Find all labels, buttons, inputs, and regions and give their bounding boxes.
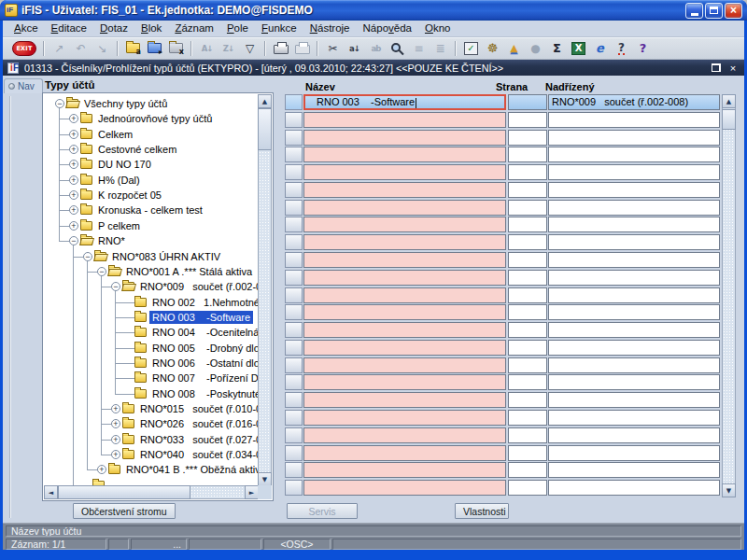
nadrizeny-cell[interactable] <box>548 112 720 128</box>
menu-n-pov-da[interactable]: Nápověda <box>357 21 418 35</box>
tree-item[interactable]: RNO 003 -Software <box>44 310 258 325</box>
tree-item[interactable]: +Jednoúrovňové typy účtů <box>44 111 258 126</box>
nazev-cell[interactable] <box>303 270 506 286</box>
strana-cell[interactable] <box>508 252 547 268</box>
nazev-cell[interactable] <box>303 112 506 128</box>
tree-list-icon[interactable]: ≣ <box>430 40 450 57</box>
maximize-button[interactable] <box>705 3 723 19</box>
expand-icon[interactable]: + <box>69 130 78 139</box>
tree-item[interactable]: +K rozpočet 05 <box>44 188 258 203</box>
print-preview-icon[interactable] <box>292 40 312 57</box>
nazev-cell[interactable] <box>303 164 506 180</box>
row-selector[interactable] <box>285 374 303 390</box>
tree-item-label[interactable]: Všechny typy účtů <box>81 97 170 110</box>
nav-tab[interactable]: Nav <box>4 78 43 93</box>
expand-icon[interactable]: + <box>69 205 78 215</box>
nazev-cell[interactable] <box>303 374 506 390</box>
tree-item[interactable]: −RNO*009 součet (ř.002-008) <box>44 279 258 294</box>
tree-item-label[interactable]: RNO*083 ÚHRN AKTIV <box>109 250 223 263</box>
strana-cell[interactable] <box>508 374 547 390</box>
tree-item-label[interactable]: Cestovné celkem <box>95 143 179 156</box>
collapse-icon[interactable]: − <box>83 252 92 261</box>
row-selector[interactable] <box>285 217 303 232</box>
close-button[interactable]: × <box>725 3 742 19</box>
tree-vertical-scrollbar[interactable] <box>258 94 272 486</box>
tree-item[interactable]: +H% (Dal) <box>44 173 258 188</box>
nazev-cell[interactable] <box>303 357 506 373</box>
tree-item[interactable]: −RNO*083 ÚHRN AKTIV <box>44 249 258 264</box>
copy-record-icon[interactable]: ↶ <box>71 40 91 57</box>
nazev-cell[interactable] <box>303 462 506 478</box>
strana-cell[interactable] <box>508 164 547 180</box>
tree-item-label[interactable]: RNO 003 -Software <box>149 311 253 324</box>
collapse-icon[interactable]: − <box>97 267 106 276</box>
expand-icon[interactable]: + <box>69 145 78 154</box>
filter-icon[interactable]: ▽ <box>240 40 260 57</box>
menu-akce[interactable]: Akce <box>7 21 45 35</box>
sort-asc-icon[interactable]: A↓ <box>197 40 217 57</box>
row-selector[interactable] <box>285 200 303 216</box>
insert-record-icon[interactable]: ↗ <box>49 40 69 57</box>
tree-item[interactable]: RNO 002 1.Nehmotné výsledky v <box>44 295 258 310</box>
collapse-icon[interactable]: − <box>111 282 120 291</box>
tree-item-label[interactable]: Celkem <box>95 128 135 141</box>
tree-scroll-right-button[interactable]: ► <box>245 485 259 499</box>
helm-icon[interactable]: ☸ <box>483 40 502 57</box>
nazev-cell[interactable] <box>303 304 506 320</box>
nazev-cell[interactable] <box>303 200 506 216</box>
row-selector[interactable] <box>285 445 303 461</box>
tree-item-label[interactable]: RNO*009 součet (ř.002-008) <box>137 280 258 293</box>
tree-item-label[interactable]: RNO* <box>95 234 128 247</box>
nadrizeny-cell[interactable] <box>548 270 720 286</box>
tree-item[interactable]: −Všechny typy účtů <box>44 96 258 111</box>
menu-blok[interactable]: Blok <box>134 21 168 35</box>
form-restore-button[interactable] <box>710 63 723 74</box>
paste-icon[interactable]: a↓ <box>345 40 364 57</box>
strana-cell[interactable] <box>508 287 547 303</box>
collapse-icon[interactable]: − <box>55 99 64 108</box>
enter-query-icon[interactable]: a <box>123 40 143 57</box>
tree-item-label[interactable]: RNO 006 -Ostatní dlouhodobý n <box>149 357 258 370</box>
menu-funkce[interactable]: Funkce <box>255 21 303 35</box>
strana-cell[interactable] <box>508 304 547 320</box>
nadrizeny-cell[interactable] <box>548 164 720 180</box>
nadrizeny-cell[interactable] <box>548 200 720 216</box>
tree-item-label[interactable]: RNO*015 součet (ř.010-014) <box>137 402 258 415</box>
tree-item-label[interactable]: RNO*041 B .*** Oběžná aktiva <box>123 463 258 476</box>
nadrizeny-cell[interactable] <box>548 340 720 356</box>
nadrizeny-cell[interactable] <box>548 357 720 373</box>
tree-item[interactable]: +RNO*041 B .*** Oběžná aktiva <box>44 462 258 477</box>
nazev-cell[interactable] <box>303 445 506 461</box>
row-selector[interactable] <box>285 427 303 443</box>
list-values-icon[interactable]: ≡ <box>409 40 429 57</box>
nazev-cell[interactable] <box>303 287 506 303</box>
browser-icon[interactable]: e <box>590 40 610 57</box>
nazev-cell[interactable] <box>303 130 506 146</box>
tree-item[interactable]: +Cestovné celkem <box>44 142 258 157</box>
row-selector[interactable] <box>285 147 303 162</box>
nav-splitter[interactable] <box>9 96 11 518</box>
menu-okno[interactable]: Okno <box>418 21 458 35</box>
nazev-cell[interactable] <box>303 182 506 198</box>
nazev-cell[interactable] <box>303 217 506 232</box>
tree-item[interactable]: RNO 007 -Pořízení DNM <box>44 371 258 385</box>
table-vertical-scrollbar[interactable] <box>722 94 736 497</box>
tree-item-label[interactable]: K rozpočet 05 <box>95 189 164 202</box>
row-selector[interactable] <box>285 164 303 180</box>
nadrizeny-cell[interactable] <box>548 445 720 461</box>
strana-cell[interactable] <box>508 410 547 426</box>
calendar-check-icon[interactable]: ✓ <box>461 40 481 57</box>
strana-cell[interactable] <box>508 462 547 478</box>
tree-item-label[interactable]: H% (Dal) <box>95 174 143 187</box>
expand-icon[interactable]: + <box>111 404 120 413</box>
row-selector[interactable] <box>285 480 303 496</box>
row-selector[interactable] <box>285 94 303 110</box>
cut-icon[interactable]: ✂ <box>323 40 343 57</box>
tree-item[interactable]: −RNO*001 A .*** Stálá aktiva <box>44 264 258 279</box>
tree-item-label[interactable]: P celkem <box>95 219 143 232</box>
tree-item[interactable]: RNO 004 -Ocenitelná práva <box>44 325 258 340</box>
tree-item-label[interactable]: Jednoúrovňové typy účtů <box>95 112 215 125</box>
search-icon[interactable] <box>388 40 407 57</box>
tree-item[interactable]: +RNO*033 součet (ř.027-032) <box>44 432 258 447</box>
row-selector[interactable] <box>285 182 303 198</box>
